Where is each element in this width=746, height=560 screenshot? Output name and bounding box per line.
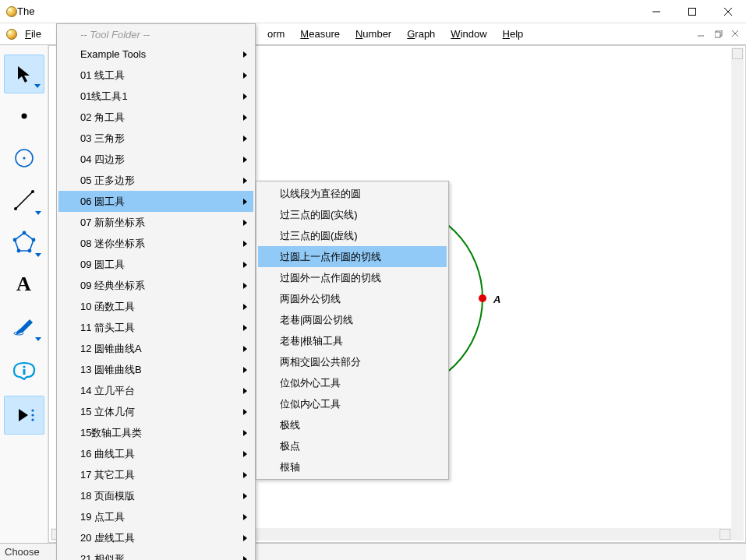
menu-help[interactable]: Help	[495, 23, 532, 45]
circle-tool[interactable]	[4, 139, 44, 178]
tool-folder-item[interactable]: 06 圆工具	[58, 191, 253, 212]
circle-tool-item[interactable]: 老巷|根轴工具	[258, 330, 447, 351]
vertical-scrollbar[interactable]	[731, 48, 744, 528]
svg-point-9	[21, 114, 27, 119]
chevron-right-icon	[243, 388, 247, 394]
tool-folder-item[interactable]: 01 线工具	[58, 65, 253, 86]
tool-folder-item[interactable]: 03 三角形	[58, 128, 253, 149]
tool-folder-item[interactable]: 11 箭头工具	[58, 317, 253, 338]
tool-folder-item[interactable]: 12 圆锥曲线A	[58, 338, 253, 359]
tool-folder-item[interactable]: 13 圆锥曲线B	[58, 359, 253, 380]
svg-point-24	[31, 409, 34, 411]
menu-window[interactable]: Window	[443, 23, 494, 45]
maximize-button[interactable]	[674, 0, 710, 23]
menu-graph[interactable]: Graph	[399, 23, 443, 45]
svg-point-19	[16, 249, 20, 253]
menu-item-label: 17 其它工具	[80, 468, 135, 482]
menu-item-label: Example Tools	[80, 48, 146, 60]
tool-folder-menu[interactable]: -- Tool Folder -- Example Tools01 线工具01线…	[56, 23, 256, 560]
menu-item-label: 两圆外公切线	[280, 292, 341, 306]
submenu-indicator-icon	[34, 84, 41, 88]
arrow-tool[interactable]	[4, 55, 44, 93]
menu-item-label: 过圆上一点作圆的切线	[280, 250, 381, 264]
document-icon	[6, 29, 17, 40]
polygon-tool[interactable]	[4, 223, 44, 262]
menu-item-label: 18 页面模版	[80, 489, 135, 503]
menu-number[interactable]: Number	[348, 23, 399, 45]
menu-item-label: 过三点的圆(实线)	[280, 208, 358, 222]
status-text: Choose	[5, 546, 40, 558]
menu-item-label: 过三点的圆(虚线)	[280, 229, 358, 243]
circle-tool-item[interactable]: 老巷|两圆公切线	[258, 309, 447, 330]
mdi-close[interactable]	[729, 28, 743, 41]
circle-tool-item[interactable]: 过圆上一点作圆的切线	[258, 246, 447, 267]
tool-folder-item[interactable]: 09 经典坐标系	[58, 275, 253, 296]
menu-item-label: 老巷|两圆公切线	[280, 313, 353, 327]
tool-folder-item[interactable]: 10 函数工具	[58, 296, 253, 317]
mdi-minimize[interactable]	[695, 28, 709, 41]
tool-folder-item[interactable]: 16 曲线工具	[58, 443, 253, 464]
menu-item-label: 20 虚线工具	[80, 531, 135, 545]
svg-point-25	[31, 414, 34, 416]
menu-item-label: 08 迷你坐标系	[80, 237, 145, 251]
menu-item-label: 15 立体几何	[80, 405, 135, 419]
circle-tools-submenu[interactable]: 以线段为直径的圆过三点的圆(实线)过三点的圆(虚线)过圆上一点作圆的切线过圆外一…	[256, 181, 449, 480]
chevron-right-icon	[243, 136, 247, 142]
tool-folder-item[interactable]: 08 迷你坐标系	[58, 233, 253, 254]
svg-point-22	[23, 365, 25, 368]
tool-folder-item[interactable]: 21 相似形	[58, 548, 253, 560]
chevron-right-icon	[243, 472, 247, 478]
text-tool[interactable]: A	[4, 265, 44, 304]
point-label: A	[493, 294, 500, 305]
tool-folder-item[interactable]: Example Tools	[58, 44, 253, 65]
chevron-right-icon	[243, 283, 247, 289]
tool-folder-item[interactable]: 01线工具1	[58, 86, 253, 107]
tool-folder-item[interactable]: 07 新新坐标系	[58, 212, 253, 233]
mdi-restore[interactable]	[712, 28, 726, 41]
svg-rect-1	[689, 9, 696, 16]
custom-tool[interactable]	[4, 396, 44, 435]
circle-tool-item[interactable]: 两圆外公切线	[258, 288, 447, 309]
svg-point-17	[31, 238, 35, 242]
pen-tool[interactable]	[4, 307, 44, 346]
tool-folder-item[interactable]: 18 页面模版	[58, 485, 253, 506]
menu-orm[interactable]: orm	[260, 23, 292, 45]
tool-folder-item[interactable]: 20 虚线工具	[58, 527, 253, 548]
tool-folder-item[interactable]: 02 角工具	[58, 107, 253, 128]
menu-item-label: 13 圆锥曲线B	[80, 363, 142, 377]
tool-folder-item[interactable]: 19 点工具	[58, 506, 253, 527]
svg-marker-15	[15, 233, 34, 251]
chevron-right-icon	[243, 51, 247, 58]
minimize-button[interactable]	[638, 0, 674, 23]
submenu-indicator-icon	[35, 337, 41, 341]
circle-tool-item[interactable]: 过三点的圆(虚线)	[258, 225, 447, 246]
info-tool[interactable]	[4, 349, 44, 388]
vertical-toolbar: A	[0, 45, 48, 543]
menu-item-label: 根轴	[280, 460, 300, 474]
circle-tool-item[interactable]: 根轴	[258, 456, 447, 477]
close-button[interactable]	[710, 0, 746, 23]
point-tool[interactable]	[4, 97, 44, 136]
tool-folder-item[interactable]: 17 其它工具	[58, 464, 253, 485]
circle-tool-item[interactable]: 两相交圆公共部分	[258, 351, 447, 372]
circle-tool-item[interactable]: 位似内心工具	[258, 393, 447, 414]
line-tool[interactable]	[4, 181, 44, 220]
menu-item-label: 12 圆锥曲线A	[80, 342, 142, 356]
circle-tool-item[interactable]: 极点	[258, 435, 447, 456]
tool-folder-item[interactable]: 04 四边形	[58, 149, 253, 170]
menu-measure[interactable]: Measure	[292, 23, 348, 45]
circle-tool-item[interactable]: 以线段为直径的圆	[258, 183, 447, 204]
chevron-right-icon	[243, 430, 247, 436]
circle-tool-item[interactable]: 过三点的圆(实线)	[258, 204, 447, 225]
tool-folder-item[interactable]: 14 立几平台	[58, 380, 253, 401]
tool-folder-item[interactable]: 15 立体几何	[58, 401, 253, 422]
circle-tool-item[interactable]: 位似外心工具	[258, 372, 447, 393]
tool-folder-item[interactable]: 09 圆工具	[58, 254, 253, 275]
circle-tool-item[interactable]: 极线	[258, 414, 447, 435]
circle-tool-item[interactable]: 过圆外一点作圆的切线	[258, 267, 447, 288]
menu-item-label: 两相交圆公共部分	[280, 355, 361, 369]
tool-folder-item[interactable]: 05 正多边形	[58, 170, 253, 191]
menu-file[interactable]: File	[17, 23, 49, 45]
svg-point-14	[31, 190, 34, 193]
tool-folder-item[interactable]: 15数轴工具类	[58, 422, 253, 443]
